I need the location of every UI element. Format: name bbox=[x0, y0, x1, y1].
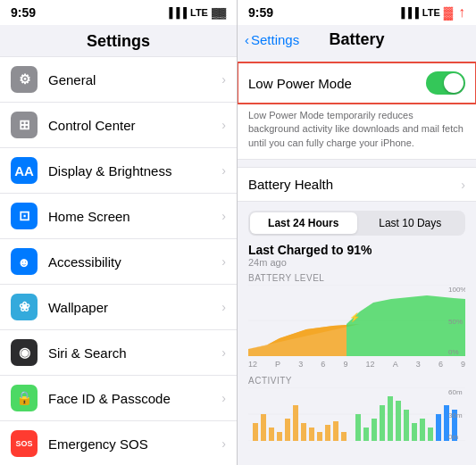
low-power-section: Low Power Mode Low Power Mode temporaril… bbox=[238, 62, 476, 160]
svg-rect-33 bbox=[420, 419, 425, 441]
svg-rect-35 bbox=[436, 414, 441, 441]
svg-rect-22 bbox=[325, 425, 330, 441]
svg-rect-34 bbox=[428, 428, 433, 441]
left-time: 9:59 bbox=[11, 5, 36, 20]
svg-rect-15 bbox=[269, 428, 274, 441]
svg-marker-5 bbox=[248, 325, 347, 356]
svg-rect-23 bbox=[333, 421, 338, 441]
x-label: 12 bbox=[366, 360, 375, 369]
left-status-icons: ▐▐▐ LTE ▓▓ bbox=[166, 7, 226, 18]
wallpaper-chevron-icon: › bbox=[221, 300, 226, 314]
battery-nav: ‹ Settings Battery bbox=[238, 25, 476, 54]
time-range-tabs: Last 24 Hours Last 10 Days bbox=[248, 211, 465, 236]
settings-item-control-center[interactable]: ⊞ Control Center › bbox=[0, 103, 237, 148]
svg-rect-16 bbox=[277, 432, 282, 441]
x-label: 3 bbox=[298, 360, 303, 369]
battery-level-label: BATTERY LEVEL bbox=[248, 273, 465, 283]
display-brightness-icon: AA bbox=[11, 157, 38, 184]
svg-text:0%: 0% bbox=[448, 348, 459, 356]
x-label: A bbox=[393, 360, 398, 369]
right-time: 9:59 bbox=[248, 5, 273, 20]
accessibility-chevron-icon: › bbox=[221, 254, 226, 269]
display-brightness-label: Display & Brightness bbox=[48, 163, 221, 179]
settings-item-home-screen[interactable]: ⊡ Home Screen › bbox=[0, 194, 237, 239]
battery-content: Low Power Mode Low Power Mode temporaril… bbox=[238, 54, 476, 465]
wallpaper-icon: ❀ bbox=[11, 294, 38, 320]
charge-title: Last Charged to 91% bbox=[248, 243, 465, 257]
lte-label: LTE bbox=[190, 7, 208, 18]
svg-rect-32 bbox=[412, 423, 417, 441]
tab-10d[interactable]: Last 10 Days bbox=[357, 212, 464, 234]
svg-rect-24 bbox=[341, 432, 347, 441]
back-label: Settings bbox=[251, 32, 299, 47]
x-label: 9 bbox=[343, 360, 347, 369]
svg-text:60m: 60m bbox=[448, 388, 463, 396]
settings-item-siri-search[interactable]: ◉ Siri & Search › bbox=[0, 330, 237, 376]
siri-search-chevron-icon: › bbox=[221, 345, 226, 360]
siri-search-icon: ◉ bbox=[11, 339, 38, 366]
svg-rect-14 bbox=[261, 414, 266, 441]
charge-info: Last Charged to 91% 24m ago bbox=[238, 241, 476, 271]
svg-rect-28 bbox=[380, 405, 385, 441]
wallpaper-label: Wallpaper bbox=[48, 300, 221, 315]
home-screen-label: Home Screen bbox=[48, 209, 221, 224]
battery-right-panel: 9:59 ▐▐▐ LTE ▓ ↑ ‹ Settings Battery Low … bbox=[238, 0, 476, 465]
svg-rect-21 bbox=[317, 432, 322, 441]
svg-marker-4 bbox=[347, 295, 465, 356]
right-status-icons: ▐▐▐ LTE ▓ ↑ bbox=[397, 4, 465, 21]
battery-arrow-icon: ↑ bbox=[458, 4, 465, 21]
battery-chart-wrapper: ⚡ 100% 50% 0% bbox=[248, 285, 465, 360]
svg-rect-17 bbox=[285, 419, 290, 441]
accessibility-icon: ☻ bbox=[11, 248, 38, 275]
battery-health-row[interactable]: Battery Health › bbox=[238, 167, 476, 202]
x-label: 6 bbox=[321, 360, 325, 369]
svg-rect-20 bbox=[309, 428, 314, 441]
battery-level-chart: ⚡ 100% 50% 0% bbox=[248, 285, 465, 356]
general-icon: ⚙ bbox=[11, 66, 38, 93]
battery-chart-section: BATTERY LEVEL ⚡ 100% 5 bbox=[238, 271, 476, 370]
settings-item-accessibility[interactable]: ☻ Accessibility › bbox=[0, 239, 237, 285]
svg-rect-30 bbox=[396, 401, 401, 441]
settings-item-emergency-sos[interactable]: SOS Emergency SOS › bbox=[0, 421, 237, 465]
settings-list: ⚙ General › ⊞ Control Center › AA Displa… bbox=[0, 56, 237, 465]
low-power-row: Low Power Mode bbox=[238, 62, 476, 104]
battery-title: Battery bbox=[329, 30, 384, 49]
x-label: P bbox=[275, 360, 280, 369]
control-center-chevron-icon: › bbox=[221, 118, 226, 132]
tab-24h[interactable]: Last 24 Hours bbox=[250, 212, 357, 234]
face-id-chevron-icon: › bbox=[221, 391, 226, 405]
activity-chart-wrapper: 60m 30m 0m bbox=[248, 387, 465, 444]
activity-label: ACTIVITY bbox=[248, 376, 465, 386]
settings-title: Settings bbox=[0, 25, 237, 56]
control-center-icon: ⊞ bbox=[11, 112, 38, 138]
back-button[interactable]: ‹ Settings bbox=[245, 32, 299, 47]
chevron-left-icon: ‹ bbox=[245, 32, 249, 47]
settings-item-display-brightness[interactable]: AA Display & Brightness › bbox=[0, 148, 237, 194]
x-label: 3 bbox=[416, 360, 421, 369]
emergency-sos-label: Emergency SOS bbox=[48, 436, 221, 452]
emergency-sos-icon: SOS bbox=[11, 430, 38, 457]
battery-health-label: Battery Health bbox=[248, 177, 461, 192]
svg-text:100%: 100% bbox=[448, 286, 465, 294]
face-id-label: Face ID & Passcode bbox=[48, 391, 221, 406]
x-label: 6 bbox=[438, 360, 443, 369]
home-screen-chevron-icon: › bbox=[221, 209, 226, 223]
charge-subtitle: 24m ago bbox=[248, 257, 465, 268]
display-brightness-chevron-icon: › bbox=[221, 163, 226, 178]
home-screen-icon: ⊡ bbox=[11, 203, 38, 229]
svg-text:50%: 50% bbox=[448, 318, 463, 326]
low-power-toggle[interactable] bbox=[426, 71, 465, 95]
general-label: General bbox=[48, 72, 221, 87]
control-center-label: Control Center bbox=[48, 118, 221, 133]
right-signal-icon: ▐▐▐ bbox=[397, 7, 418, 18]
svg-text:0m: 0m bbox=[448, 433, 458, 441]
siri-search-label: Siri & Search bbox=[48, 345, 221, 361]
left-status-bar: 9:59 ▐▐▐ LTE ▓▓ bbox=[0, 0, 237, 25]
settings-item-face-id[interactable]: 🔒 Face ID & Passcode › bbox=[0, 376, 237, 421]
settings-item-wallpaper[interactable]: ❀ Wallpaper › bbox=[0, 285, 237, 330]
activity-chart-section: ACTIVITY bbox=[238, 374, 476, 446]
settings-item-general[interactable]: ⚙ General › bbox=[0, 56, 237, 103]
svg-rect-19 bbox=[301, 423, 306, 441]
battery-health-chevron-icon: › bbox=[461, 178, 465, 192]
general-chevron-icon: › bbox=[221, 72, 226, 87]
